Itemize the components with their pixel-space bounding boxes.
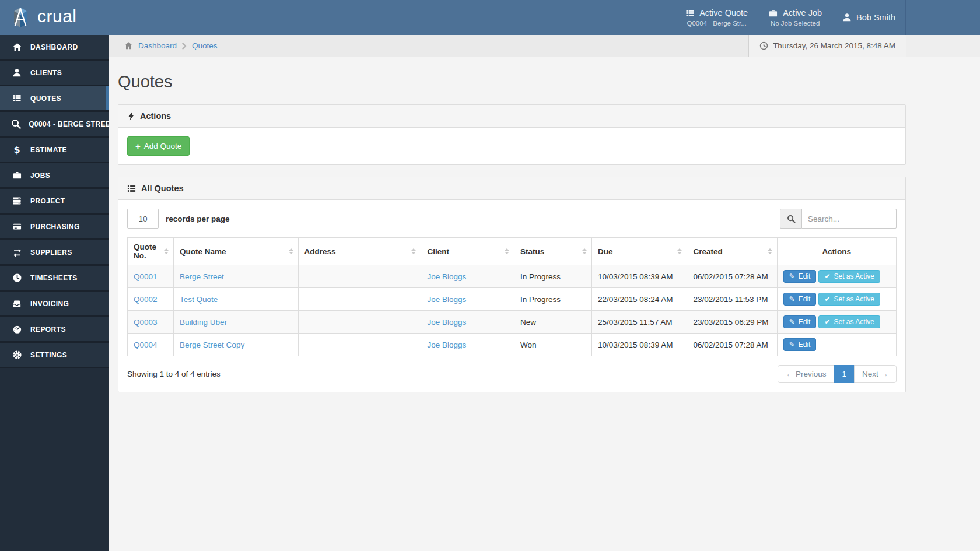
- topnav-item-active-job[interactable]: Active JobNo Job Selected: [758, 0, 832, 35]
- home-icon[interactable]: [124, 41, 133, 50]
- quotes-table: Quote No.Quote NameAddressClientStatusDu…: [127, 237, 897, 356]
- cell-address: [298, 265, 421, 288]
- topnav: Active QuoteQ0004 - Berge Str...Active J…: [675, 0, 906, 35]
- edit-button[interactable]: ✎ Edit: [783, 315, 817, 328]
- brand[interactable]: crual: [0, 0, 77, 35]
- quote-name-link[interactable]: Berge Street: [180, 272, 224, 281]
- pagination-previous[interactable]: ← Previous: [778, 365, 835, 383]
- datetime-box: Thursday, 26 March 2015, 8:48 AM: [748, 35, 906, 57]
- breadcrumb-dashboard-link[interactable]: Dashboard: [138, 41, 177, 50]
- add-quote-button[interactable]: + Add Quote: [127, 136, 190, 156]
- user-icon: [842, 13, 852, 22]
- home-icon: [11, 43, 23, 52]
- cell-address: [298, 288, 421, 311]
- sidebar-item-reports[interactable]: REPORTS: [0, 317, 109, 343]
- topnav-item-user[interactable]: Bob Smith: [832, 0, 906, 35]
- quote-no-link[interactable]: Q0002: [134, 295, 158, 304]
- topnav-item-sub: Q0004 - Berge Str...: [687, 20, 747, 27]
- sidebar-item-quotes[interactable]: QUOTES: [0, 86, 109, 112]
- sidebar-item-label: INVOICING: [30, 300, 69, 308]
- quote-name-link[interactable]: Berge Street Copy: [180, 341, 244, 349]
- cell-quote_no: Q0001: [128, 265, 174, 288]
- cell-quote_name: Test Quote: [174, 288, 299, 311]
- column-header-address[interactable]: Address: [298, 238, 421, 265]
- client-link[interactable]: Joe Bloggs: [427, 341, 466, 349]
- sidebar-item-jobs[interactable]: JOBS: [0, 163, 109, 189]
- sidebar-item-clients[interactable]: CLIENTS: [0, 61, 109, 86]
- client-link[interactable]: Joe Bloggs: [427, 318, 466, 327]
- all-quotes-panel: All Quotes records per page: [118, 177, 906, 392]
- cell-due: 22/03/2015 08:24 AM: [592, 288, 687, 311]
- quote-name-link[interactable]: Building Uber: [180, 318, 227, 327]
- sidebar-item-timesheets[interactable]: TIMESHEETS: [0, 266, 109, 292]
- sidebar-item-dashboard[interactable]: DASHBOARD: [0, 35, 109, 61]
- cell-quote_name: Building Uber: [174, 311, 299, 334]
- quote-no-link[interactable]: Q0001: [134, 272, 158, 281]
- set-as-active-button[interactable]: ✔ Set as Active: [818, 293, 880, 306]
- sidebar-item-invoicing[interactable]: INVOICING: [0, 292, 109, 317]
- sidebar-item-suppliers[interactable]: SUPPLIERS: [0, 240, 109, 266]
- edit-button[interactable]: ✎ Edit: [783, 293, 817, 306]
- gear-icon: [11, 350, 23, 360]
- breadcrumb-quotes-link[interactable]: Quotes: [192, 41, 218, 50]
- column-header-label: Quote Name: [180, 247, 226, 256]
- sidebar-item-project[interactable]: PROJECT: [0, 189, 109, 215]
- quote-no-link[interactable]: Q0003: [134, 318, 158, 327]
- quote-name-link[interactable]: Test Quote: [180, 295, 218, 304]
- column-header-actions: Actions: [777, 238, 896, 265]
- sidebar-item-label: SETTINGS: [30, 351, 67, 359]
- edit-button[interactable]: ✎ Edit: [783, 270, 817, 283]
- pagination-page-1[interactable]: 1: [834, 365, 855, 383]
- column-header-created[interactable]: Created: [687, 238, 777, 265]
- app-window: crual Active QuoteQ0004 - Berge Str...Ac…: [0, 0, 980, 551]
- cell-status: New: [514, 311, 592, 334]
- column-header-label: Due: [598, 247, 613, 256]
- sort-arrows-icon: [582, 248, 587, 254]
- clock-icon: [760, 41, 768, 50]
- cell-due: 10/03/2015 08:39 AM: [592, 334, 687, 356]
- search-input[interactable]: [802, 209, 897, 229]
- clock-icon: [11, 273, 23, 283]
- cell-actions: ✎ Edit✔ Set as Active: [777, 288, 896, 311]
- actions-panel-body: + Add Quote: [118, 128, 905, 164]
- column-header-due[interactable]: Due: [592, 238, 687, 265]
- table-row: Q0002Test QuoteJoe BloggsIn Progress22/0…: [128, 288, 897, 311]
- actions-panel-header: Actions: [118, 105, 905, 128]
- table-row: Q0003Building UberJoe BloggsNew25/03/201…: [128, 311, 897, 334]
- acrual-logo-icon: [9, 6, 32, 29]
- edit-button[interactable]: ✎ Edit: [783, 338, 817, 351]
- cell-quote_no: Q0002: [128, 288, 174, 311]
- quote-no-link[interactable]: Q0004: [134, 341, 158, 349]
- column-header-client[interactable]: Client: [421, 238, 514, 265]
- column-header-quote_no[interactable]: Quote No.: [128, 238, 174, 265]
- column-header-quote_name[interactable]: Quote Name: [174, 238, 299, 265]
- sidebar-item-settings[interactable]: SETTINGS: [0, 343, 109, 368]
- column-header-label: Address: [304, 247, 336, 256]
- lightning-bolt-icon: [127, 111, 135, 121]
- set-as-active-button[interactable]: ✔ Set as Active: [818, 270, 880, 283]
- breadcrumb-bar: Dashboard Quotes Thursday, 26 March 2015…: [109, 35, 980, 57]
- exchange-icon: [11, 248, 23, 257]
- cell-created: 23/03/2015 06:29 PM: [687, 311, 777, 334]
- sidebar-item-estimate[interactable]: $ESTIMATE: [0, 138, 109, 163]
- topnav-item-active-quote[interactable]: Active QuoteQ0004 - Berge Str...: [675, 0, 758, 35]
- sidebar-item-label: Q0004 - BERGE STREET C: [29, 120, 109, 128]
- cell-created: 06/02/2015 07:28 AM: [687, 334, 777, 356]
- sort-arrows-icon: [411, 248, 416, 254]
- user-icon: [11, 68, 23, 78]
- pagination-next[interactable]: Next →: [854, 365, 897, 383]
- actions-panel: Actions + Add Quote: [118, 104, 906, 165]
- client-link[interactable]: Joe Bloggs: [427, 272, 466, 281]
- set-as-active-button[interactable]: ✔ Set as Active: [818, 315, 880, 328]
- pagination: ← Previous 1 Next →: [778, 365, 897, 383]
- sidebar-item-active-quote-search[interactable]: Q0004 - BERGE STREET C: [0, 112, 109, 138]
- column-header-status[interactable]: Status: [514, 238, 592, 265]
- cell-quote_name: Berge Street: [174, 265, 299, 288]
- brand-name: crual: [37, 8, 77, 27]
- client-link[interactable]: Joe Bloggs: [427, 295, 466, 304]
- cell-created: 23/02/2015 11:53 PM: [687, 288, 777, 311]
- sidebar-item-purchasing[interactable]: PURCHASING: [0, 215, 109, 240]
- cell-actions: ✎ Edit: [777, 334, 896, 356]
- records-per-page-input[interactable]: [127, 209, 159, 229]
- list-icon: [685, 9, 695, 17]
